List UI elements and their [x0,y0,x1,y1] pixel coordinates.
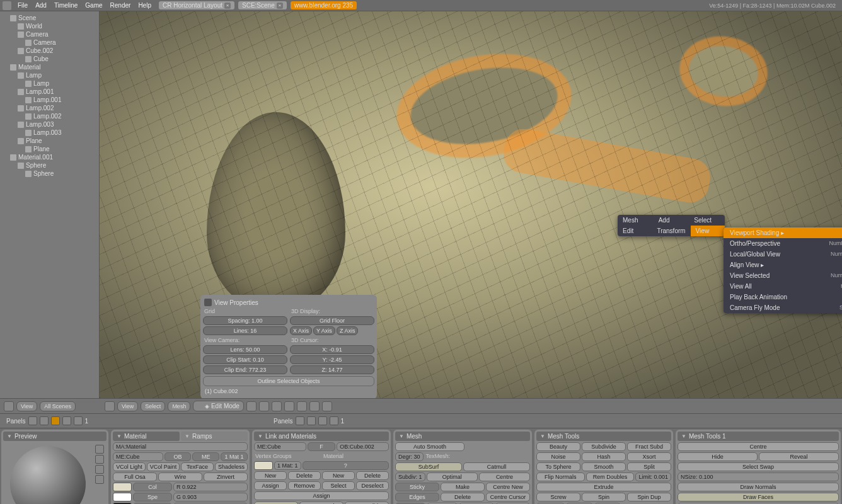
remdoubles-button[interactable]: Rem Doubles [586,472,635,481]
centre-button[interactable]: Centre [479,472,530,481]
scenes-dropdown[interactable]: All Scenes [40,401,76,411]
vcollight-button[interactable]: VCol Light [113,462,146,471]
tree-item[interactable]: World [1,22,98,30]
lines-field[interactable]: Lines: 16 [203,326,287,335]
mat-slot[interactable]: 1 Mat: 1 [274,461,301,470]
r-slider[interactable]: R 0.922 [173,483,248,491]
outline-selected-button[interactable]: Outline Selected Objects [203,376,374,386]
menu-item[interactable]: View SelectedNumPad . [724,270,842,281]
ctx-icon[interactable] [296,416,304,425]
menu-item[interactable]: Ortho/PerspectiveNumPad 5 [724,238,842,249]
ctx-edit[interactable]: Edit [618,226,652,236]
menu-item[interactable]: Play Back AnimationAlt A [724,292,842,302]
sel-face-icon[interactable] [309,401,320,411]
hide-button[interactable]: Hide [678,452,758,461]
menu-help[interactable]: Help [134,2,155,9]
drawnormals-button[interactable]: Draw Normals [678,483,839,491]
preview-flat-icon[interactable] [95,445,104,454]
beauty-button[interactable]: Beauty [536,442,580,451]
preview-refresh-icon[interactable] [95,475,104,484]
sel-vertex-icon[interactable] [284,401,294,411]
pivot-icon[interactable] [259,401,269,411]
panel-title[interactable]: Mesh Tools 1 [678,432,839,441]
ctx-object-icon[interactable] [62,416,71,425]
fractsubd-button[interactable]: Fract Subd [627,442,671,451]
xsort-button[interactable]: Xsort [627,452,671,461]
q-button[interactable]: ? [303,461,389,470]
spe-button[interactable]: Spe [133,493,172,501]
ctx-icon[interactable] [318,416,327,425]
3d-viewport[interactable]: View Properties Grid Spacing: 1.00 Lines… [100,11,842,398]
tree-item[interactable]: Cube [1,55,98,63]
limit-field[interactable]: Limit: 0.001 [635,472,671,481]
tree-item[interactable]: Camera [1,38,98,47]
proportional-icon[interactable] [322,401,332,411]
panel-title[interactable]: Mesh [395,432,530,441]
smooth-button[interactable]: Smooth [582,462,626,471]
zinvert-button[interactable]: ZInvert [204,472,248,481]
ctx-mesh[interactable]: Mesh [618,215,654,226]
menu-timeline[interactable]: Timeline [50,2,81,9]
ctx-shading-icon[interactable] [51,416,60,425]
tree-item[interactable]: Lamp.002 [1,112,98,120]
material-name[interactable]: MA:Material [113,442,248,451]
tab-material[interactable]: Material [113,432,180,441]
shadeless-button[interactable]: Shadeless [215,462,248,471]
g-slider[interactable]: G 0.903 [173,493,248,501]
catmull-button[interactable]: Catmull [463,462,530,471]
frame-field[interactable]: 1 [85,418,89,425]
panels-menu[interactable]: Panels [274,418,293,425]
optimal-button[interactable]: Optimal [427,472,478,481]
link-tab[interactable]: www.blender.org 235 [291,1,357,9]
autosmooth-button[interactable]: Auto Smooth [395,442,464,451]
make-button[interactable]: Make [441,483,485,491]
editor-type-icon[interactable] [105,401,115,411]
frame-field[interactable]: 1 [341,418,345,425]
mode-dropdown[interactable]: ◈ Edit Mode [193,401,244,411]
object-field[interactable]: OB:Cube.002 [337,442,389,451]
wire-button[interactable]: Wire [158,472,202,481]
tree-item[interactable]: Material.001 [1,153,98,161]
select-button[interactable]: Select [322,481,355,490]
mesh-link[interactable]: ME:Cube [113,452,163,461]
tree-item[interactable]: Sphere [1,161,98,169]
tree-item[interactable]: Cube.002 [1,47,98,55]
panel-title[interactable]: Mesh Tools [536,432,671,441]
drawfaces-button[interactable]: Draw Faces [678,493,839,501]
mat-swatch[interactable] [254,461,273,470]
view-submenu[interactable]: Viewport Shading ▸Ortho/PerspectiveNumPa… [724,227,842,313]
subsurf-button[interactable]: SubSurf [395,462,462,471]
ctx-icon[interactable] [307,416,316,425]
sel-edge-icon[interactable] [297,401,307,411]
remove-button[interactable]: Remove [288,481,321,490]
smooth-button[interactable]: Set Smooth [299,501,343,504]
zaxis-button[interactable]: Z Axis [337,326,359,335]
new-button[interactable]: New [322,471,355,480]
spin-button[interactable]: Spin [582,493,626,501]
menu-add[interactable]: Add [32,2,50,9]
vcolpaint-button[interactable]: VCol Paint [147,462,180,471]
scene-tab[interactable]: SCE:Scene× [238,1,287,9]
flipnormals-button[interactable]: Flip Normals [536,472,585,481]
ctx-view[interactable]: View [691,226,725,236]
hash-button[interactable]: Hash [582,452,626,461]
tree-item[interactable]: Material [1,63,98,71]
ctx-icon[interactable] [330,416,338,425]
ctx-script-icon[interactable] [40,416,49,425]
ob-button[interactable]: OB [164,452,192,461]
xaxis-button[interactable]: X Axis [290,326,312,335]
fullosa-button[interactable]: Full Osa [113,472,157,481]
shading-icon[interactable] [246,401,257,411]
solid-button[interactable]: Set Solid [345,501,389,504]
ctx-add[interactable]: Add [654,215,689,226]
tree-item[interactable]: Lamp.003 [1,120,98,129]
delete-button[interactable]: Delete [288,471,321,480]
tree-item[interactable]: Plane [1,137,98,145]
new-button[interactable]: New [254,471,287,480]
clipstart-field[interactable]: Clip Start: 0.10 [203,355,287,364]
panel-title[interactable]: Preview [3,432,107,441]
assign-button[interactable]: Assign [254,481,287,490]
outliner[interactable]: SceneWorldCameraCameraCube.002CubeMateri… [0,11,100,398]
clipend-field[interactable]: Clip End: 772.23 [203,365,287,374]
edges-button[interactable]: Edges [395,493,439,501]
